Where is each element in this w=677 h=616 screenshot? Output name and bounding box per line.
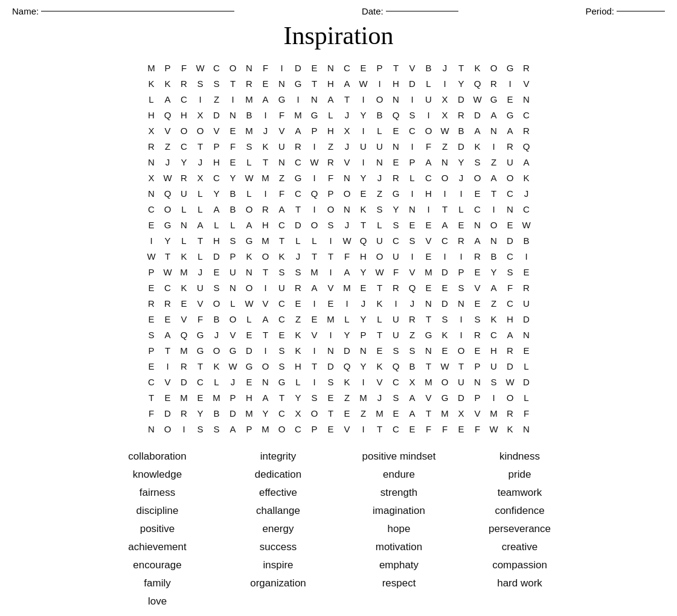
grid-cell: A [257, 91, 274, 107]
grid-cell: J [192, 154, 209, 170]
grid-cell: N [469, 217, 486, 233]
grid-cell: F [388, 264, 405, 280]
grid-cell: C [486, 327, 502, 342]
grid-cell: S [486, 374, 502, 390]
grid-cell: E [437, 342, 454, 358]
grid-cell: C [274, 295, 290, 311]
grid-cell: C [518, 107, 535, 123]
grid-cell: W [518, 217, 535, 233]
grid-cell: A [306, 280, 323, 295]
grid: MPFWCONFIDENCEPTVBJTKOGRKKRSSTRENGTHAWIH… [143, 60, 534, 437]
grid-cell: Z [339, 390, 356, 405]
grid-cell: R [518, 123, 535, 138]
grid-cell: F [257, 60, 274, 75]
grid-cell: E [502, 217, 519, 233]
grid-cell: E [420, 248, 437, 264]
grid-cell: O [208, 342, 225, 358]
grid-cell: S [404, 342, 421, 358]
grid-cell: C [176, 138, 193, 154]
grid-cell: I [257, 185, 274, 201]
grid-cell: R [176, 405, 193, 421]
grid-cell: G [290, 170, 307, 185]
grid-cell: Z [159, 138, 176, 154]
grid-cell: K [371, 358, 388, 374]
grid-cell: O [225, 60, 242, 75]
grid-cell: I [225, 91, 242, 107]
grid-cell: N [143, 185, 160, 201]
grid-cell: F [502, 280, 519, 295]
grid-cell: S [290, 264, 307, 280]
word-item: love [97, 594, 218, 609]
grid-cell: P [469, 358, 486, 374]
grid-cell: O [257, 358, 274, 374]
grid-cell: O [192, 123, 209, 138]
grid-cell: V [159, 123, 176, 138]
grid-cell: N [371, 154, 388, 170]
grid-cell: Y [355, 311, 372, 327]
grid-cell: G [274, 374, 290, 390]
grid-cell: A [469, 123, 486, 138]
grid-cell: M [371, 405, 388, 421]
grid-cell: H [486, 342, 502, 358]
grid-cell: E [290, 295, 307, 311]
grid-cell: F [274, 107, 290, 123]
word-item: knowledge [97, 467, 218, 483]
grid-cell: E [518, 264, 535, 280]
grid-cell: I [192, 91, 209, 107]
grid-cell: I [453, 185, 470, 201]
grid-cell: F [143, 405, 160, 421]
grid-cell: F [518, 405, 535, 421]
grid-cell: E [469, 264, 486, 280]
grid-cell: I [355, 374, 372, 390]
grid-cell: O [306, 217, 323, 233]
grid-cell: M [420, 374, 437, 390]
grid-cell: I [257, 280, 274, 295]
grid-cell: T [192, 138, 209, 154]
grid-cell: S [469, 311, 486, 327]
grid-cell: S [274, 358, 290, 374]
grid-cell: I [274, 60, 290, 75]
grid-cell: G [306, 107, 323, 123]
word-item: positive [97, 521, 218, 537]
grid-cell: D [339, 342, 356, 358]
grid-cell: N [355, 342, 372, 358]
grid-cell: K [486, 311, 502, 327]
grid-cell: Y [355, 107, 372, 123]
grid-cell: T [371, 327, 388, 342]
grid-cell: I [453, 248, 470, 264]
grid-cell: Q [306, 185, 323, 201]
grid-cell: I [322, 264, 339, 280]
grid-cell: T [257, 327, 274, 342]
grid-cell: J [290, 248, 307, 264]
grid-cell: C [274, 311, 290, 327]
grid-cell: Q [469, 75, 486, 91]
grid-cell: D [176, 374, 193, 390]
grid-cell: L [371, 217, 388, 233]
grid-cell: L [518, 358, 535, 374]
grid-cell: F [339, 248, 356, 264]
grid-cell: N [486, 123, 502, 138]
grid-cell: X [437, 107, 454, 123]
grid-cell: E [225, 123, 242, 138]
grid-cell: B [453, 123, 470, 138]
grid-cell: X [143, 170, 160, 185]
grid-cell: G [437, 390, 454, 405]
grid-cell: S [241, 138, 258, 154]
grid-cell: H [257, 217, 274, 233]
grid-cell: G [502, 107, 519, 123]
date-line [386, 11, 458, 11]
grid-cell: M [257, 233, 274, 248]
grid-cell: A [290, 123, 307, 138]
grid-cell: D [437, 264, 454, 280]
grid-cell: J [208, 327, 225, 342]
grid-cell: R [388, 280, 405, 295]
grid-cell: M [355, 390, 372, 405]
grid-cell: E [355, 60, 372, 75]
grid-cell: H [290, 358, 307, 374]
grid-cell: F [176, 60, 193, 75]
grid-cell: E [306, 60, 323, 75]
grid-cell: M [257, 170, 274, 185]
grid-cell: U [388, 311, 405, 327]
grid-cell: O [502, 390, 519, 405]
grid-cell: C [274, 217, 290, 233]
